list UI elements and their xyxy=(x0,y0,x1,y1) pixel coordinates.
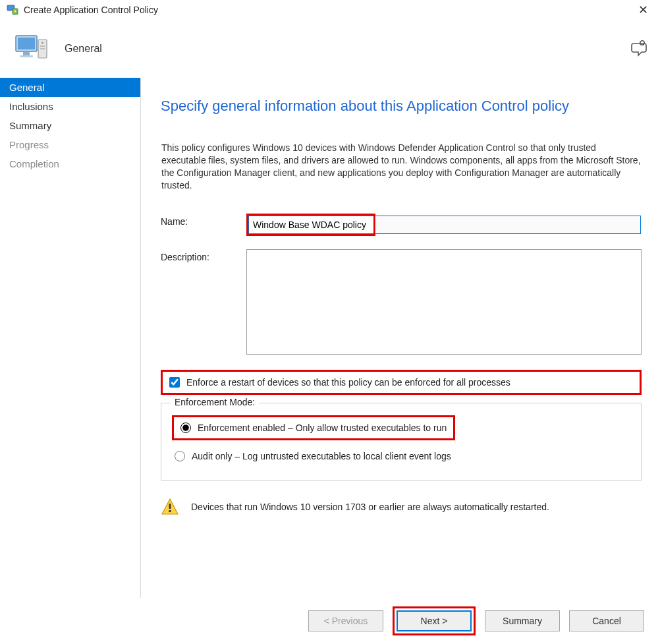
restart-label[interactable]: Enforce a restart of devices so that thi… xyxy=(186,377,510,388)
restart-note-row: Devices that run Windows 10 version 1703… xyxy=(161,495,642,516)
enforce-radio-row: Enforcement enabled – Only allow trusted… xyxy=(172,415,455,440)
enforce-radio-label[interactable]: Enforcement enabled – Only allow trusted… xyxy=(198,423,447,433)
wizard-sidebar: General Inclusions Summary Progress Comp… xyxy=(0,78,141,598)
svg-point-8 xyxy=(41,42,43,44)
svg-rect-10 xyxy=(40,48,45,49)
wizard-footer: < Previous Next > Summary Cancel xyxy=(0,598,660,644)
sidebar-step-progress: Progress xyxy=(0,135,140,154)
title-bar: Create Application Control Policy ✕ xyxy=(0,0,660,20)
restart-note-text: Devices that run Windows 10 version 1703… xyxy=(191,502,549,512)
description-row: Description: xyxy=(161,249,642,357)
name-input[interactable] xyxy=(248,216,373,234)
window-title: Create Application Control Policy xyxy=(24,5,158,15)
name-label: Name: xyxy=(161,214,246,227)
app-icon xyxy=(7,4,18,16)
summary-button[interactable]: Summary xyxy=(485,610,560,631)
sidebar-step-general[interactable]: General xyxy=(0,78,140,97)
page-title: Specify general information about this A… xyxy=(161,98,642,115)
intro-container: This policy configures Windows 10 device… xyxy=(161,138,642,195)
name-row: Name: xyxy=(161,214,642,236)
svg-point-14 xyxy=(169,510,171,512)
restart-checkbox[interactable] xyxy=(169,377,180,388)
wizard-window: Create Application Control Policy ✕ Gene… xyxy=(0,0,660,644)
help-icon[interactable] xyxy=(631,40,649,58)
restart-checkbox-row: Enforce a restart of devices so that thi… xyxy=(161,370,642,395)
svg-rect-9 xyxy=(40,45,45,47)
enforcement-fieldset: Enforcement Mode: Enforcement enabled – … xyxy=(161,403,642,481)
wizard-body: General Inclusions Summary Progress Comp… xyxy=(0,78,660,598)
wizard-main: Specify general information about this A… xyxy=(141,78,660,598)
audit-radio[interactable] xyxy=(175,451,185,461)
close-button[interactable]: ✕ xyxy=(633,3,653,17)
next-button[interactable]: Next > xyxy=(397,610,472,631)
svg-point-11 xyxy=(640,41,644,45)
description-textarea[interactable] xyxy=(246,249,642,355)
computer-icon xyxy=(13,30,50,67)
enforce-radio[interactable] xyxy=(180,423,191,433)
name-input-extension[interactable] xyxy=(375,216,641,234)
cancel-button[interactable]: Cancel xyxy=(569,610,644,631)
audit-radio-label[interactable]: Audit only – Log untrusted executables t… xyxy=(192,451,451,461)
svg-rect-6 xyxy=(20,55,33,57)
previous-button: < Previous xyxy=(308,610,383,631)
wizard-header: General xyxy=(0,20,660,78)
warning-icon xyxy=(161,498,179,516)
enforcement-legend: Enforcement Mode: xyxy=(171,397,259,407)
sidebar-step-inclusions[interactable]: Inclusions xyxy=(0,97,140,116)
header-step-label: General xyxy=(65,43,102,55)
svg-point-2 xyxy=(14,10,16,13)
audit-radio-row: Audit only – Log untrusted executables t… xyxy=(172,444,630,468)
svg-rect-5 xyxy=(23,52,30,55)
intro-text: This policy configures Windows 10 device… xyxy=(161,142,641,192)
description-label: Description: xyxy=(161,249,246,262)
svg-rect-4 xyxy=(18,38,35,49)
sidebar-step-summary[interactable]: Summary xyxy=(0,116,140,135)
sidebar-step-completion: Completion xyxy=(0,154,140,173)
svg-rect-13 xyxy=(169,504,171,509)
